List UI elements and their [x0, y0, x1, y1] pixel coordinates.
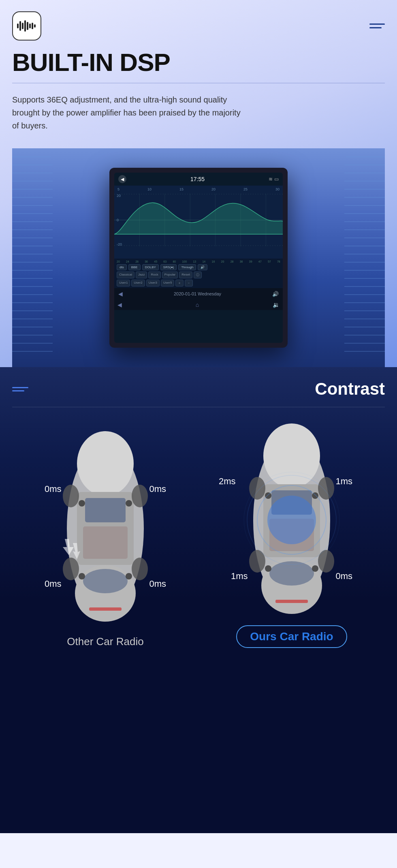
- svg-rect-0: [17, 24, 19, 28]
- other-car-ms-front-left: 0ms: [45, 484, 62, 494]
- prev-arrow[interactable]: ◀: [118, 291, 123, 297]
- svg-rect-3: [24, 20, 26, 32]
- user3-preset[interactable]: User3: [146, 280, 160, 286]
- eq-user-presets: User1 User2 User3 User5 ＋ －: [117, 280, 280, 286]
- svg-point-31: [126, 573, 132, 579]
- popular-preset[interactable]: Popular: [162, 272, 178, 278]
- svg-point-24: [63, 485, 79, 507]
- sound-wave-svg: [243, 471, 340, 569]
- ours-car-ms-rear-right: 0ms: [335, 571, 352, 582]
- svg-rect-6: [32, 23, 33, 29]
- eq-labels-top: 5 10 15 20 25 30: [114, 186, 283, 193]
- other-car-ms-rear-left: 0ms: [45, 579, 62, 589]
- wifi-icon: ≋: [269, 176, 273, 182]
- user2-preset[interactable]: User2: [131, 280, 145, 286]
- minus-preset-button[interactable]: －: [185, 280, 193, 286]
- logo: [12, 11, 41, 41]
- speaker-button[interactable]: 🔊: [198, 264, 207, 270]
- svg-rect-2: [22, 23, 23, 29]
- svg-point-18: [77, 431, 134, 496]
- info-button[interactable]: ⓘ: [194, 272, 202, 278]
- classical-preset[interactable]: Classical: [117, 272, 134, 278]
- svg-point-25: [132, 485, 148, 507]
- car-comparison: 0ms 0ms 0ms 0ms: [12, 423, 385, 648]
- audio-waveform-icon: [17, 19, 36, 32]
- page-title: BUILT-IN DSP: [12, 49, 385, 76]
- back-arrow[interactable]: ◀: [117, 301, 122, 308]
- dts-button[interactable]: dts: [117, 264, 127, 270]
- radio-screen: ◀ 17:55 ≋ ▭ 5 10 15 20: [114, 173, 283, 343]
- screen-topbar: ◀ 17:55 ≋ ▭: [114, 173, 283, 186]
- bbe-button[interactable]: BBE: [128, 264, 141, 270]
- ours-car-label: Ours Car Radio: [236, 625, 347, 648]
- reset-preset[interactable]: Reset: [179, 272, 192, 278]
- contrast-title: Contrast: [315, 379, 385, 399]
- svg-rect-7: [34, 24, 36, 28]
- svg-point-27: [132, 558, 148, 580]
- jazz-preset[interactable]: Jazz: [136, 272, 147, 278]
- header: [12, 0, 385, 49]
- home-icon[interactable]: ⌂: [196, 301, 199, 308]
- ours-car-ms-front-left: 2ms: [219, 476, 236, 487]
- menu-button[interactable]: [369, 24, 385, 28]
- other-car-body: 0ms 0ms 0ms 0ms: [49, 431, 162, 626]
- eq-effect-buttons: dts BBE DOLBY SRS(●) Through 🔊: [117, 264, 280, 270]
- svg-point-23: [83, 569, 128, 593]
- car-radio-wrapper: ◀ 17:55 ≋ ▭ 5 10 15 20: [12, 144, 385, 367]
- svg-point-33: [267, 496, 316, 544]
- dolby-button[interactable]: DOLBY: [142, 264, 159, 270]
- svg-rect-32: [89, 607, 122, 611]
- user5-preset[interactable]: User5: [161, 280, 174, 286]
- volume-up-icon[interactable]: 🔊: [272, 291, 279, 297]
- svg-rect-5: [29, 24, 31, 28]
- subtitle-text: Supports 36EQ adjustment, and the ultra-…: [12, 93, 247, 132]
- screen-back-button[interactable]: ◀: [118, 175, 126, 183]
- ours-car-ms-rear-left: 1ms: [231, 571, 248, 582]
- car-radio-background: ◀ 17:55 ≋ ▭ 5 10 15 20: [12, 148, 385, 367]
- screen-date: 2020-01-01 Wednesday: [174, 291, 221, 296]
- other-car-ms-front-right: 0ms: [149, 484, 166, 494]
- svg-rect-4: [27, 22, 28, 30]
- screen-date-bar: ◀ 2020-01-01 Wednesday 🔊: [114, 288, 283, 299]
- eq-display: 5 10 15 20 25 30 20 0 -20: [114, 186, 283, 259]
- svg-point-30: [79, 573, 85, 579]
- arrow-decoration: [61, 531, 93, 565]
- contrast-divider: [12, 407, 385, 407]
- svg-rect-1: [19, 21, 21, 31]
- add-preset-button[interactable]: ＋: [175, 280, 184, 286]
- sound-wave-overlay: [243, 471, 340, 570]
- other-car-ms-rear-right: 0ms: [149, 579, 166, 589]
- other-car-item: 0ms 0ms 0ms 0ms: [12, 431, 198, 648]
- eq-controls: 202428 364563 8010013 141620 283639 4757…: [114, 259, 283, 288]
- svg-point-29: [126, 500, 132, 507]
- other-car-svg: [49, 431, 162, 626]
- ours-car-body: 2ms 1ms 1ms 0ms: [235, 423, 348, 618]
- svg-point-28: [79, 500, 85, 507]
- screen-nav-bar: ◀ ⌂ 🔉: [114, 299, 283, 310]
- eq-frequency-row: 202428 364563 8010013 141620 283639 4757…: [117, 260, 280, 263]
- svg-rect-21: [85, 498, 126, 522]
- srs-button[interactable]: SRS(●): [160, 264, 177, 270]
- title-divider: [12, 83, 385, 83]
- hero-section: BUILT-IN DSP Supports 36EQ adjustment, a…: [0, 0, 397, 367]
- eq-curve-svg: [114, 194, 283, 246]
- arrows-svg: [61, 531, 93, 563]
- screen-time: 17:55: [190, 176, 205, 182]
- contrast-icon: [12, 387, 28, 391]
- eq-preset-buttons: Classical Jazz Rock Popular Reset ⓘ: [117, 272, 280, 278]
- ours-car-item: 2ms 1ms 1ms 0ms: [198, 423, 385, 648]
- other-car-label: Other Car Radio: [67, 635, 143, 648]
- through-button[interactable]: Through: [178, 264, 196, 270]
- contrast-header: Contrast: [12, 379, 385, 399]
- battery-icon: ▭: [274, 176, 279, 182]
- svg-rect-52: [275, 600, 308, 603]
- contrast-section: Contrast 0ms 0ms 0ms 0ms: [0, 367, 397, 833]
- radio-unit: ◀ 17:55 ≋ ▭ 5 10 15 20: [109, 168, 288, 348]
- rock-preset[interactable]: Rock: [148, 272, 160, 278]
- screen-status-icons: ≋ ▭: [269, 176, 279, 182]
- user1-preset[interactable]: User1: [117, 280, 130, 286]
- volume-down-icon[interactable]: 🔉: [273, 301, 280, 308]
